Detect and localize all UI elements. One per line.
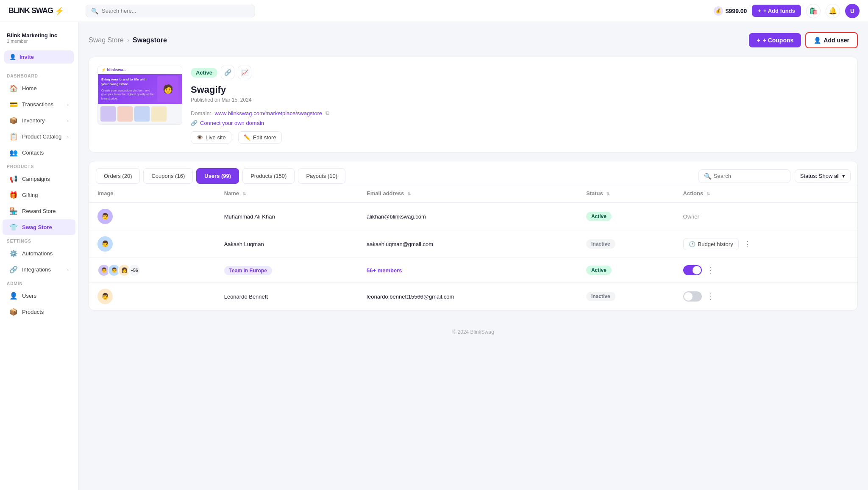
add-user-button[interactable]: 👤 Add user [805, 32, 858, 48]
search-icon: 🔍 [704, 173, 711, 180]
add-funds-button[interactable]: + + Add funds [752, 5, 801, 17]
chevron-down-icon: ▾ [842, 173, 845, 179]
store-connect-domain[interactable]: 🔗 Connect your own domain [191, 120, 849, 126]
link-icon: 🔗 [191, 120, 198, 126]
budget-history-button[interactable]: 🕐 Budget history [683, 238, 739, 250]
status-filter-label: Status: Show all [800, 173, 840, 179]
user-avatar-button[interactable]: U [845, 4, 860, 18]
sidebar-item-contacts-label: Contacts [22, 149, 44, 156]
breadcrumb-separator: › [127, 36, 129, 44]
more-options-button[interactable]: ⋮ [705, 292, 716, 301]
copy-icon[interactable]: ⧉ [326, 110, 329, 116]
sort-icon: ⇅ [606, 191, 609, 196]
user-action-cell: ⋮ [675, 283, 857, 310]
reward-store-icon: 🏪 [9, 207, 18, 215]
status-filter[interactable]: Status: Show all ▾ [795, 169, 851, 183]
more-options-button[interactable]: ⋮ [742, 239, 753, 249]
user-email-cell: 56+ members [358, 258, 578, 283]
product-thumb-2 [117, 106, 133, 122]
tab-products[interactable]: Products (150) [242, 168, 295, 184]
balance-amount: $999.00 [726, 8, 747, 14]
live-site-button[interactable]: 👁️ Live site [191, 131, 231, 144]
sidebar-item-home-label: Home [22, 85, 37, 91]
sidebar-item-campaigns-label: Campaigns [22, 176, 50, 182]
store-status-badge: Active [191, 68, 217, 78]
team-member-count: +56 [128, 264, 141, 277]
budget-history-label: Budget history [698, 241, 733, 247]
breadcrumb-parent[interactable]: Swag Store [89, 36, 124, 44]
more-options-button[interactable]: ⋮ [705, 266, 716, 275]
balance-display: 💰 $999.00 [714, 6, 747, 16]
tab-orders[interactable]: Orders (20) [96, 168, 140, 184]
store-badges: Active 🔗 📈 [191, 66, 849, 79]
user-image-cell: 👨 [89, 203, 216, 230]
coupons-button[interactable]: + + Coupons [749, 33, 801, 47]
user-name-cell: Leonardo Bennett [216, 283, 358, 310]
global-search[interactable]: 🔍 [86, 5, 255, 17]
link-icon-btn[interactable]: 🔗 [221, 66, 234, 79]
person-icon: 👤 [9, 54, 16, 60]
tabs-and-table: Orders (20) Coupons (16) Users (99) Prod… [89, 161, 858, 310]
sidebar-item-gifting-label: Gifting [22, 192, 38, 198]
store-actions: 👁️ Live site ✏️ Edit store [191, 131, 849, 144]
sidebar-item-users-label: Users [22, 293, 36, 299]
user-name-cell: Team in Europe [216, 258, 358, 283]
store-domain-label: Domain: [191, 110, 211, 116]
sidebar-item-gifting[interactable]: 🎁 Gifting [3, 187, 75, 203]
col-actions[interactable]: Actions ⇅ [675, 184, 857, 203]
sidebar-item-transactions[interactable]: 💳 Transactions › [3, 97, 75, 112]
inventory-icon: 📦 [9, 116, 18, 125]
table-row: 👨 Aakash Luqman aakashluqman@gmail.com I… [89, 230, 857, 258]
user-action-cell: Owner [675, 203, 857, 230]
table-row: 👨 Leonardo Bennett leonardo.bennett15566… [89, 283, 857, 310]
shopping-bag-button[interactable]: 🛍️ [806, 4, 821, 18]
sidebar-item-product-catalog-label: Product Catalog [22, 133, 61, 140]
live-site-label: Live site [206, 134, 226, 141]
sidebar-item-inventory[interactable]: 📦 Inventory › [3, 113, 75, 128]
sidebar-item-swag-store[interactable]: 👕 Swag Store [3, 219, 75, 235]
user-status-cell: Inactive [578, 283, 675, 310]
table-search[interactable]: 🔍 [698, 169, 790, 183]
col-email[interactable]: Email address ⇅ [358, 184, 578, 203]
table-header-row: Image Name ⇅ Email address ⇅ Status ⇅ Ac… [89, 184, 857, 203]
gifting-icon: 🎁 [9, 191, 18, 199]
chart-icon-btn[interactable]: 📈 [238, 66, 251, 79]
table-search-input[interactable] [714, 173, 785, 179]
sidebar: Blink Marketing Inc 1 member 👤 Invite DA… [0, 22, 78, 490]
store-domain-url[interactable]: www.blinkswag.com/marketplace/swagstore [214, 110, 322, 116]
search-input[interactable] [102, 8, 250, 14]
user-image-cell: 👨 [89, 283, 216, 310]
store-info: Active 🔗 📈 Swagify Published on Mar 15, … [191, 66, 849, 144]
sidebar-item-products[interactable]: 📦 Products [3, 304, 75, 320]
sidebar-item-users[interactable]: 👤 Users [3, 288, 75, 304]
notifications-button[interactable]: 🔔 [826, 4, 840, 18]
store-domain: Domain: www.blinkswag.com/marketplace/sw… [191, 110, 849, 116]
campaigns-icon: 📢 [9, 175, 18, 183]
sidebar-item-automations[interactable]: ⚙️ Automations [3, 246, 75, 261]
sidebar-item-product-catalog[interactable]: 📋 Product Catalog › [3, 129, 75, 144]
sidebar-item-integrations[interactable]: 🔗 Integrations › [3, 262, 75, 277]
sort-icon: ⇅ [407, 191, 411, 196]
col-status[interactable]: Status ⇅ [578, 184, 675, 203]
wallet-icon: 💰 [714, 6, 723, 16]
tab-coupons[interactable]: Coupons (16) [143, 168, 193, 184]
user-toggle-off[interactable] [683, 291, 702, 302]
tab-payouts[interactable]: Payouts (10) [298, 168, 345, 184]
tab-users[interactable]: Users (99) [196, 168, 239, 184]
sidebar-item-reward-store[interactable]: 🏪 Reward Store [3, 203, 75, 219]
breadcrumb-left: Swag Store › Swagstore [89, 36, 167, 44]
sidebar-item-campaigns[interactable]: 📢 Campaigns [3, 171, 75, 187]
edit-store-button[interactable]: ✏️ Edit store [238, 131, 282, 144]
sidebar-item-home[interactable]: 🏠 Home [3, 80, 75, 96]
invite-button[interactable]: 👤 Invite [4, 50, 74, 64]
store-preview-banner: Bring your brand to life with your Swag … [98, 74, 182, 104]
col-image: Image [89, 184, 216, 203]
user-email-cell: leonardo.bennett15566@gmail.com [358, 283, 578, 310]
sidebar-item-contacts[interactable]: 👥 Contacts [3, 145, 75, 161]
avatar: 👨 [97, 289, 113, 304]
clock-icon: 🕐 [689, 241, 696, 247]
eye-icon: 👁️ [196, 134, 203, 141]
col-name[interactable]: Name ⇅ [216, 184, 358, 203]
main-content: Swag Store › Swagstore + + Coupons 👤 Add… [78, 22, 868, 490]
user-toggle-on[interactable] [683, 265, 702, 275]
